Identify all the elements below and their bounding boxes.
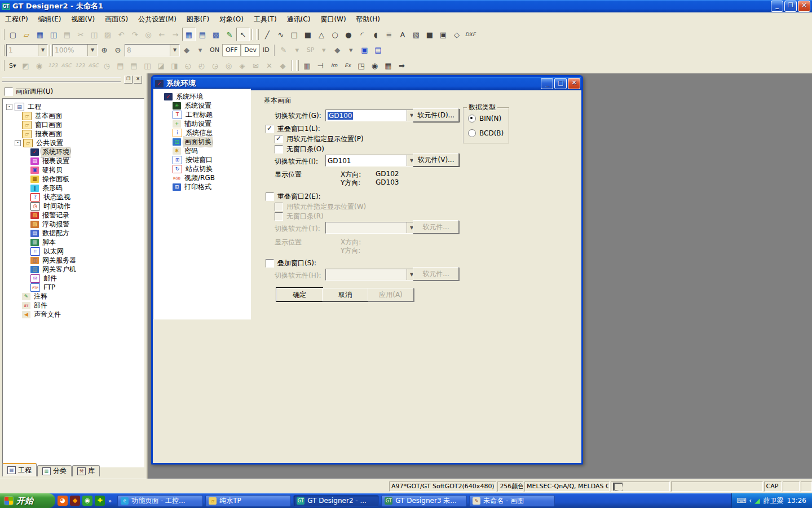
- text-icon[interactable]: A: [396, 28, 409, 41]
- object-clock-icon[interactable]: ◷: [100, 59, 114, 72]
- tab-library[interactable]: ⚒库: [72, 465, 100, 476]
- tree-common-settings-expander[interactable]: -: [15, 140, 21, 146]
- switch-device-i-combo[interactable]: GD101▼: [325, 155, 417, 167]
- dtree-password[interactable]: ✱密码: [153, 146, 250, 155]
- polygon-icon[interactable]: △: [315, 28, 328, 41]
- redo-icon[interactable]: ↷: [128, 28, 142, 41]
- export-icon[interactable]: Ex: [341, 59, 355, 72]
- task-folder[interactable]: ▱纯水TP: [205, 495, 291, 507]
- save-as-icon[interactable]: ◫: [47, 28, 60, 41]
- menu-screen[interactable]: 画面(S): [100, 13, 133, 26]
- menu-view[interactable]: 视图(V): [67, 13, 100, 26]
- paint-bucket-dropdown-icon[interactable]: ▾: [193, 43, 207, 57]
- tree-ftp[interactable]: FTPFTP: [3, 283, 144, 292]
- toolbar-grip[interactable]: [296, 60, 299, 71]
- quicklaunch-messenger-icon[interactable]: ◉: [82, 496, 92, 506]
- keyboard-icon[interactable]: ⌨: [736, 497, 746, 505]
- screen-property-icon[interactable]: ▤: [196, 28, 209, 41]
- ok-button[interactable]: 确定: [276, 288, 323, 301]
- object-screen-eq-icon[interactable]: ◨: [168, 59, 182, 72]
- tree-script[interactable]: ▥脚本: [3, 238, 144, 247]
- zoom-in-icon[interactable]: ⊕: [98, 43, 111, 57]
- network-signal-icon[interactable]: ◢: [754, 497, 760, 505]
- close-button[interactable]: ✕: [798, 1, 810, 12]
- tab-category[interactable]: ▥分类: [37, 465, 72, 476]
- zoom-out-icon[interactable]: ⊖: [111, 43, 125, 57]
- object-mail-icon[interactable]: ✉: [249, 59, 263, 72]
- tree-report-screen[interactable]: ▱报表画面: [3, 129, 144, 138]
- copy-icon[interactable]: ◫: [87, 28, 101, 41]
- object-bargraph-icon[interactable]: ◶: [209, 59, 222, 72]
- tree-time-action[interactable]: ◷时间动作: [3, 202, 144, 211]
- id-button[interactable]: ID: [260, 45, 272, 56]
- no-window-bar1-checkbox[interactable]: [275, 145, 283, 154]
- filled-rectangle-icon[interactable]: ■: [301, 28, 315, 41]
- overlap-window1-checkbox[interactable]: [266, 125, 274, 133]
- new-icon[interactable]: ▢: [6, 28, 20, 41]
- dtree-video-rgb[interactable]: RGB视频/RGB: [153, 173, 250, 182]
- tree-hardcopy[interactable]: ▣硬拷贝: [3, 165, 144, 174]
- screen-call-checkbox[interactable]: [5, 87, 13, 96]
- dialog-minimize-button[interactable]: _: [541, 78, 553, 89]
- dtree-screen-switching[interactable]: ◫画面切换: [153, 137, 250, 146]
- image-icon[interactable]: ▣: [436, 28, 450, 41]
- screen-copy-icon[interactable]: ▣: [358, 43, 371, 57]
- tree-connect-icon[interactable]: ⊣: [314, 59, 328, 72]
- panel-drag-handle[interactable]: [2, 77, 121, 82]
- tree-mail[interactable]: ✉邮件: [3, 274, 144, 283]
- panel-close-button[interactable]: ✕: [134, 76, 142, 84]
- menu-figure[interactable]: 图形(F): [182, 13, 214, 26]
- filled-square-icon[interactable]: ■: [423, 28, 436, 41]
- s-dropdown-button[interactable]: S▾: [6, 60, 19, 71]
- object-trend-icon[interactable]: ◵: [182, 59, 195, 72]
- tree-window-screen[interactable]: ▱窗口画面: [3, 120, 144, 129]
- restore-button[interactable]: ❐: [784, 1, 797, 12]
- dtree-system-environment[interactable]: ✓系统环境: [153, 92, 250, 101]
- chevron-left-icon[interactable]: ‹: [749, 497, 752, 505]
- filled-circle-icon[interactable]: ●: [342, 28, 355, 41]
- toolbar-grip[interactable]: [256, 29, 259, 40]
- paint-icon[interactable]: ▧: [409, 28, 423, 41]
- quicklaunch-app-icon[interactable]: ◆: [70, 496, 80, 506]
- tree-recipe[interactable]: ▤数据配方: [3, 229, 144, 238]
- pen-style-icon[interactable]: ✎: [277, 43, 290, 57]
- object-numeric-display-icon[interactable]: 123: [46, 59, 60, 72]
- scale-icon[interactable]: ≣: [382, 28, 396, 41]
- screen-preview-icon[interactable]: ▦: [182, 28, 196, 41]
- screen-overlay-icon[interactable]: ▩: [209, 28, 223, 41]
- tree-common-settings[interactable]: -▱公共设置: [3, 138, 144, 147]
- object-comment-w-icon[interactable]: ▤: [127, 59, 141, 72]
- dtree-key-window[interactable]: ⊞按键窗口: [153, 155, 250, 164]
- quicklaunch-security-icon[interactable]: ✚: [95, 496, 105, 506]
- task-gt-designer3[interactable]: GTGT Designer3 未...: [381, 495, 467, 507]
- object-switch-icon[interactable]: ◩: [19, 59, 33, 72]
- menu-project[interactable]: 工程(P): [0, 13, 33, 26]
- menu-communication[interactable]: 通讯(C): [282, 13, 316, 26]
- tree-parts[interactable]: 8T部件: [3, 301, 144, 310]
- screen-edit-icon[interactable]: ◳: [355, 59, 368, 72]
- dtree-auxiliary-settings[interactable]: +辅助设置: [153, 119, 250, 128]
- bcd-radio[interactable]: [468, 129, 476, 137]
- toolbar-grip[interactable]: [2, 45, 5, 56]
- on-button[interactable]: ON: [207, 45, 222, 56]
- tree-barcode[interactable]: ‖条形码: [3, 183, 144, 192]
- object-date-display-icon[interactable]: 123: [73, 59, 87, 72]
- menu-object[interactable]: 对象(O): [214, 13, 249, 26]
- zoom-area-icon[interactable]: ◎: [142, 28, 155, 41]
- grid-icon[interactable]: ▦: [382, 59, 395, 72]
- fill-color-dropdown-icon[interactable]: ▾: [344, 43, 358, 57]
- tree-project-expander[interactable]: -: [6, 104, 12, 110]
- circle-icon[interactable]: ○: [328, 28, 342, 41]
- object-time-display-icon[interactable]: ASC: [87, 59, 100, 72]
- off-button[interactable]: OFF: [222, 44, 241, 56]
- dtree-print-format[interactable]: ⊞打印格式: [153, 182, 250, 191]
- menu-tools[interactable]: 工具(T): [249, 13, 282, 26]
- pen-icon[interactable]: ✎: [223, 28, 236, 41]
- paint-bucket-icon[interactable]: ◆: [180, 43, 193, 57]
- quicklaunch-browser-icon[interactable]: ◕: [58, 496, 68, 506]
- find-icon[interactable]: ◉: [368, 59, 382, 72]
- menu-edit[interactable]: 编辑(E): [33, 13, 67, 26]
- pen-style-dropdown-icon[interactable]: ▾: [290, 43, 304, 57]
- tree-sound-file[interactable]: ◀声音文件: [3, 310, 144, 319]
- object-lamp-icon[interactable]: ◉: [33, 59, 46, 72]
